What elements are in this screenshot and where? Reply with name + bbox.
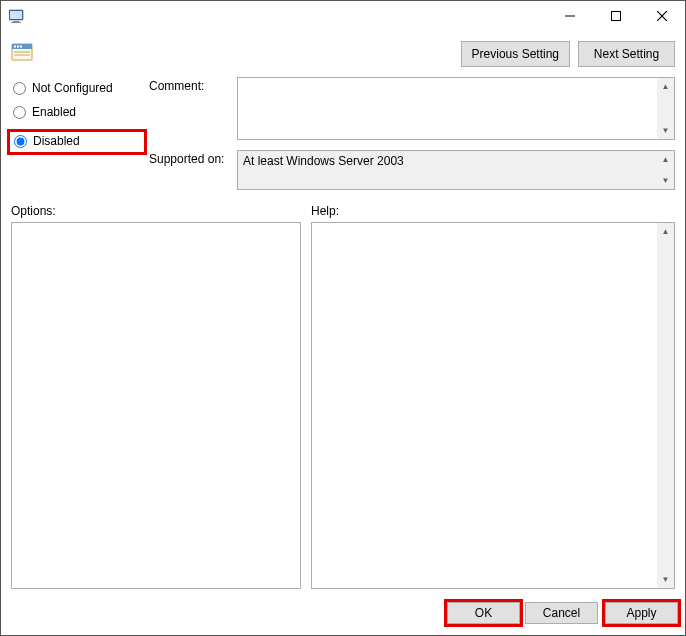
svg-rect-2 <box>13 21 19 22</box>
next-setting-button[interactable]: Next Setting <box>578 41 675 67</box>
apply-button[interactable]: Apply <box>605 602 678 624</box>
supported-scrollbar[interactable]: ▲ ▼ <box>657 151 674 189</box>
radio-disabled-input[interactable] <box>14 135 27 148</box>
gpo-setting-dialog: Previous Setting Next Setting Not Config… <box>0 0 686 636</box>
radio-not-configured-input[interactable] <box>13 82 26 95</box>
scroll-up-icon[interactable]: ▲ <box>657 78 674 95</box>
supported-on-value: At least Windows Server 2003 <box>238 151 657 189</box>
comment-field[interactable]: ▲ ▼ <box>237 77 675 140</box>
options-panel <box>11 222 301 589</box>
help-content <box>312 223 657 588</box>
help-panel: ▲ ▼ <box>311 222 675 589</box>
svg-rect-1 <box>10 11 22 19</box>
scroll-down-icon[interactable]: ▼ <box>657 172 674 189</box>
comment-scrollbar[interactable]: ▲ ▼ <box>657 78 674 139</box>
radio-not-configured-label: Not Configured <box>32 81 113 95</box>
maximize-button[interactable] <box>593 1 639 31</box>
cancel-button[interactable]: Cancel <box>525 602 598 624</box>
titlebar <box>1 1 685 31</box>
disabled-highlight: Disabled <box>7 129 147 155</box>
policy-icon <box>11 41 35 63</box>
supported-on-field: At least Windows Server 2003 ▲ ▼ <box>237 150 675 190</box>
radio-not-configured[interactable]: Not Configured <box>11 81 141 95</box>
radio-enabled-input[interactable] <box>13 106 26 119</box>
minimize-button[interactable] <box>547 1 593 31</box>
radio-enabled-label: Enabled <box>32 105 76 119</box>
svg-rect-12 <box>20 46 22 48</box>
comment-label: Comment: <box>149 77 231 93</box>
scroll-up-icon[interactable]: ▲ <box>657 151 674 168</box>
scroll-down-icon[interactable]: ▼ <box>657 122 674 139</box>
previous-setting-button[interactable]: Previous Setting <box>461 41 570 67</box>
supported-on-label: Supported on: <box>149 150 231 166</box>
svg-rect-10 <box>14 46 16 48</box>
help-scrollbar[interactable]: ▲ ▼ <box>657 223 674 588</box>
comment-textarea[interactable] <box>238 78 657 139</box>
radio-disabled-label: Disabled <box>33 134 80 148</box>
radio-enabled[interactable]: Enabled <box>11 105 141 119</box>
ok-highlight: OK <box>444 599 523 627</box>
close-button[interactable] <box>639 1 685 31</box>
radio-disabled[interactable]: Disabled <box>12 134 138 148</box>
svg-rect-5 <box>612 12 621 21</box>
app-icon <box>9 8 25 24</box>
svg-rect-11 <box>17 46 19 48</box>
options-content <box>12 223 300 588</box>
scroll-up-icon[interactable]: ▲ <box>657 223 674 240</box>
ok-button[interactable]: OK <box>447 602 520 624</box>
scroll-down-icon[interactable]: ▼ <box>657 571 674 588</box>
help-label: Help: <box>311 204 675 218</box>
svg-rect-3 <box>11 22 21 23</box>
apply-highlight: Apply <box>602 599 681 627</box>
options-label: Options: <box>11 204 301 218</box>
